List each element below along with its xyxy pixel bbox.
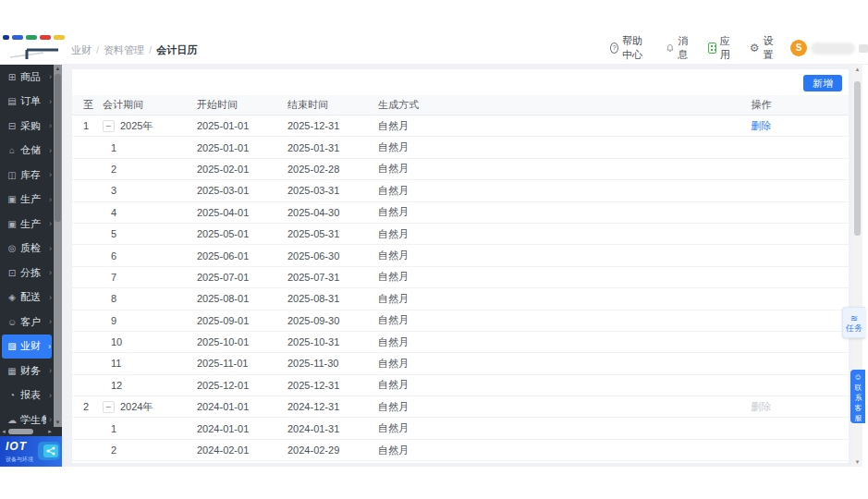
cell-end-date: 2024-01-31 [287,423,378,434]
main-scroll-thumb[interactable] [854,81,861,236]
cell-period-text: 5 [103,228,116,239]
sidebar-item-库存[interactable]: ◫ 库存 › [0,163,54,188]
main-content: 新增 至 会计期间 开始时间 结束时间 生成方式 操作 1 − 2025年 20… [62,65,852,467]
sidebar-item-商品[interactable]: ⊞ 商品 › [0,65,54,90]
delete-link[interactable]: 删除 [752,401,772,412]
cell-start-date: 2025-08-01 [197,293,287,304]
messages-button[interactable]: 消息 [666,34,691,62]
cell-start-date: 2025-05-01 [197,228,287,239]
cell-operation: 删除 [674,119,849,133]
iot-subtitle: 设备与环境 [6,456,33,464]
scroll-down-icon[interactable]: ▼ [852,457,862,467]
messages-label: 消息 [678,34,692,62]
cell-start-date: 2024-01-01 [197,423,287,434]
help-label: 帮助中心 [622,34,651,62]
orders-icon: ▤ [6,96,18,106]
scroll-left-icon[interactable]: ◂ [0,427,7,436]
apps-grid-icon [708,43,716,54]
cell-period: 2 [103,164,197,175]
task-float-tab[interactable]: ≋ 任务 [842,307,865,338]
cell-end-date: 2025-05-31 [287,228,378,239]
table-row: 2 2025-02-01 2025-02-28 自然月 [72,159,849,180]
sidebar-item-label: 生产 [20,217,46,231]
logo-bar-yellow [54,35,65,40]
add-button[interactable]: 新增 [803,75,842,91]
sidebar-item-业财[interactable]: ▨ 业财 › [2,335,52,359]
sidebar-vertical-scrollbar[interactable]: ▲ ▼ [54,65,62,427]
delete-link[interactable]: 删除 [752,120,772,131]
cell-start-date: 2025-04-01 [197,207,287,218]
accounting-period-table: 至 会计期间 开始时间 结束时间 生成方式 操作 1 − 2025年 2025-… [72,95,849,461]
cell-period: 11 [103,358,197,369]
cell-start-date: 2025-03-01 [197,185,287,196]
customer-service-tab[interactable]: ☺ 联系客服 [850,370,865,423]
scroll-up-icon[interactable]: ▲ [54,65,62,73]
sidebar-vscroll-thumb[interactable] [55,74,61,222]
cell-start-date: 2025-09-01 [197,315,287,326]
cell-end-date: 2025-02-28 [287,164,378,175]
cell-period: 3 [103,185,197,196]
logo-bar-navy [3,35,9,40]
cell-period-text: 1 [103,142,116,153]
table-body: 1 − 2025年 2025-01-01 2025-12-31 自然月 删除 1… [72,116,849,461]
task-label: 任务 [846,323,862,333]
table-row: 3 2025-03-01 2025-03-31 自然月 [72,180,849,201]
chevron-right-icon: › [49,121,52,130]
cell-period-text: 7 [103,272,116,283]
col-header-period: 会计期间 [103,98,197,112]
breadcrumb-item-module[interactable]: 业财 [71,44,92,55]
sidebar: ⊞ 商品 › ▤ 订单 › ⊟ 采购 › ⌂ 仓储 › ◫ 库存 › ▣ 生产 [0,65,62,436]
sidebar-item-财务[interactable]: ▦ 财务 › [0,359,54,383]
cell-period: 2 [103,444,197,456]
sidebar-item-客户[interactable]: ☺ 客户 › [0,310,54,335]
production-icon: ▣ [6,219,18,229]
cell-period: 5 [103,228,197,239]
scroll-right-icon[interactable]: ▸ [46,427,54,436]
chevron-right-icon: › [49,391,52,400]
scroll-up-icon[interactable]: ▲ [852,65,862,74]
header-actions: ? 帮助中心 消息 应用 ⚙ 设置 S [610,32,868,64]
cell-period: − 2024年 [103,400,197,414]
cell-index: 1 [72,120,103,131]
sidebar-horizontal-scrollbar[interactable]: ◂ ▸ [0,427,54,436]
sidebar-hscroll-thumb[interactable] [8,429,33,434]
collapse-icon[interactable] [859,44,868,53]
sidebar-item-生产[interactable]: ▣ 生产 › [0,212,54,237]
sidebar-item-分拣[interactable]: ⊡ 分拣 › [0,261,54,286]
help-center-button[interactable]: ? 帮助中心 [610,34,651,62]
sidebar-item-label: 学生餐 [20,413,46,427]
collapse-toggle[interactable]: − [103,120,115,132]
apps-button[interactable]: 应用 [708,34,734,62]
cell-end-date: 2025-08-31 [287,293,378,304]
sidebar-item-订单[interactable]: ▤ 订单 › [0,90,54,115]
avatar[interactable]: S [790,40,807,56]
sidebar-item-报表[interactable]: ◔ 报表 › [0,383,54,408]
sidebar-item-质检[interactable]: ◎ 质检 › [0,237,54,262]
table-row: 1 − 2025年 2025-01-01 2025-12-31 自然月 删除 [72,116,849,137]
cell-period-text: 10 [103,336,122,347]
cell-index: 2 [72,401,103,412]
cell-method: 自然月 [378,162,674,176]
table-row: 2 2024-02-01 2024-02-29 自然月 [72,440,849,461]
user-account[interactable]: S [790,40,868,56]
sidebar-item-label: 财务 [20,364,46,378]
cell-start-date: 2025-10-01 [197,336,287,347]
table-row: 1 2024-01-01 2024-01-31 自然月 [72,418,849,439]
cell-period-text: 2025年 [120,119,153,133]
goods-icon: ⊞ [6,72,18,82]
breadcrumb-item-current: 会计日历 [156,44,197,55]
sidebar-item-label: 客户 [20,315,46,329]
cell-method: 自然月 [378,249,674,262]
sidebar-item-生产[interactable]: ▣ 生产 › [0,188,54,213]
sidebar-item-配送[interactable]: ◈ 配送 › [0,286,54,310]
collapse-toggle[interactable]: − [103,401,115,413]
settings-button[interactable]: ⚙ 设置 [750,34,775,62]
app-logo [3,35,69,63]
sidebar-item-采购[interactable]: ⊟ 采购 › [0,114,54,139]
breadcrumb-item-section[interactable]: 资料管理 [104,44,144,55]
cell-method: 自然月 [378,227,674,241]
sidebar-item-仓储[interactable]: ⌂ 仓储 › [0,139,54,164]
cell-period: 1 [103,142,197,153]
logo-bar-blue [12,35,23,40]
scroll-down-icon[interactable]: ▼ [54,419,62,427]
